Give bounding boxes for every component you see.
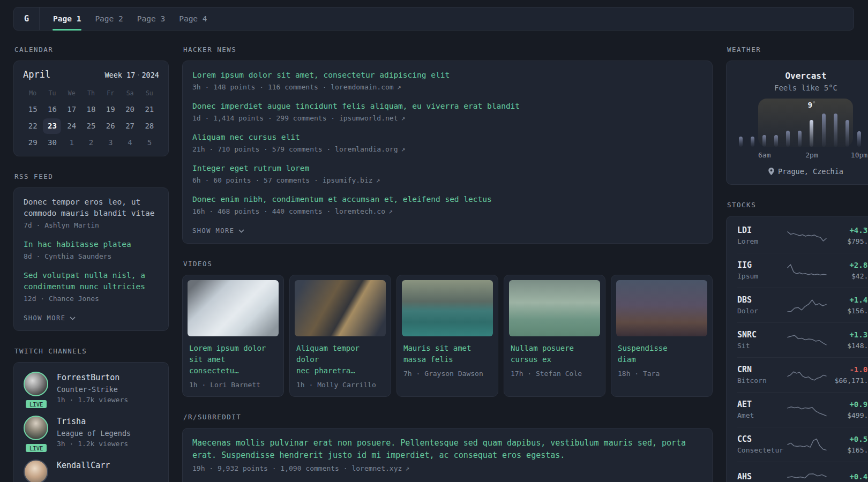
stock-row[interactable]: AHS +0.46% [737,462,868,482]
hn-story-link[interactable]: Aliquam nec cursus elit [192,132,702,143]
video-card[interactable]: Mauris sit amet massa felis 7h · Grayson… [396,275,498,397]
twitch-channel-row[interactable]: LIVE KendallCarr [24,460,159,482]
external-link-icon[interactable]: ↗ [401,114,406,122]
rss-item-link[interactable]: In hac habitasse platea [24,239,159,250]
twitch-header: TWITCH CHANNELS [14,347,169,355]
calendar-day[interactable]: 18 [82,102,100,117]
calendar-day[interactable]: 20 [121,102,139,117]
degree-symbol: ° [812,101,815,107]
stock-name: Consectetur [737,445,787,455]
video-title: Suspendisse diam [618,343,706,365]
weather-header: WEATHER [727,46,868,54]
calendar-day[interactable]: 26 [101,118,119,134]
weekday-row: MoTuWeThFrSaSu [23,88,159,99]
video-card[interactable]: Lorem ipsum dolor sit amet consectetu… 1… [182,275,284,397]
hn-story-meta-text: 3h · 148 points · 116 comments · loremdo… [192,83,394,91]
calendar-widget: CALENDAR April Week 17·2024 MoTuWeThFrSa… [13,46,169,156]
stock-sparkline [787,436,827,453]
stock-row[interactable]: SNRC Sit +1.36% $148.64 [737,322,868,357]
stock-name: Sit [737,341,787,351]
external-link-icon[interactable]: ↗ [376,176,380,184]
chevron-down-icon [238,229,244,233]
hn-story-link[interactable]: Lorem ipsum dolor sit amet, consectetur … [192,70,702,81]
video-card[interactable]: Aliquam tempor dolor nec pharetra… 1h · … [289,275,391,397]
calendar-day[interactable]: 19 [101,102,119,117]
stock-name: Bitcorn [737,375,787,386]
calendar-month: April [23,69,50,80]
hn-story-meta: 6h · 60 points · 57 comments · ipsumify.… [192,175,702,186]
calendar-day[interactable]: 15 [24,102,42,117]
stock-row[interactable]: CCS Consectetur +0.51% $165.84 [737,427,868,462]
video-thumbnail [509,280,600,336]
calendar-day[interactable]: 3 [101,135,119,150]
weekday-label: Su [140,88,159,99]
calendar-year: 2024 [141,71,159,79]
weather-bar [810,120,813,147]
calendar-day[interactable]: 17 [63,102,81,117]
rss-item-meta: 12d · Chance Jones [24,293,159,304]
weather-bar [857,131,861,147]
stock-row[interactable]: AET Amet +0.92% $499.72 [737,392,868,427]
stock-change: +2.84% [827,260,868,271]
calendar-day[interactable]: 23 [43,118,61,134]
rss-item: Donec tempor eros leo, ut commodo mauris… [24,197,159,231]
twitch-channel-row[interactable]: LIVE ForrestBurton Counter-Strike 1h · 1… [24,372,159,405]
rss-item-link[interactable]: Sed volutpat nulla nisl, a condimentum n… [24,270,159,292]
calendar-day[interactable]: 28 [140,118,159,134]
calendar-day[interactable]: 5 [140,135,159,150]
calendar-day[interactable]: 29 [24,135,42,150]
channel-name: Trisha [57,416,131,427]
rss-show-more-button[interactable]: SHOW MORE [24,312,76,323]
video-title: Aliquam tempor dolor nec pharetra… [296,343,384,376]
twitch-channel-row[interactable]: LIVE Trisha League of Legends 3h · 1.2k … [24,416,159,449]
page-tab[interactable]: Page 3 [130,7,172,30]
calendar-day[interactable]: 4 [121,135,139,150]
stock-row[interactable]: DBS Dolor +1.42% $156.28 [737,288,868,322]
calendar-day[interactable]: 30 [43,135,61,150]
page-tab[interactable]: Page 1 [46,7,88,30]
stock-price: $499.72 [827,410,868,420]
stock-sparkline [787,262,827,278]
stock-change: +1.36% [827,329,868,341]
external-link-icon[interactable]: ↗ [397,83,401,91]
page-tab[interactable]: Page 4 [172,7,214,30]
calendar-day[interactable]: 1 [63,135,81,150]
weather-bar [751,137,754,147]
dashboard-page: G Page 1 Page 2 Page 3 Page 4 CALENDAR A… [0,0,868,482]
rss-item-link[interactable]: Donec tempor eros leo, ut commodo mauris… [24,197,159,219]
video-title: Lorem ipsum dolor sit amet consectetu… [189,343,277,376]
external-link-icon[interactable]: ↗ [405,464,409,472]
hn-story-link[interactable]: Donec enim nibh, condimentum et accumsan… [192,194,702,205]
channel-name: ForrestBurton [57,372,128,383]
calendar-title-row: April Week 17·2024 [23,69,159,80]
video-thumbnail [188,280,279,336]
twitch-widget: TWITCH CHANNELS LIVE ForrestBurton Count… [13,347,169,482]
hn-show-more-button[interactable]: SHOW MORE [192,225,244,236]
calendar-day[interactable]: 24 [63,118,81,134]
calendar-day[interactable]: 27 [121,118,139,134]
hn-story-link[interactable]: Integer eget rutrum lorem [192,163,702,174]
calendar-day[interactable]: 2 [82,135,100,150]
stock-symbol: AHS [737,471,787,482]
calendar-day[interactable]: 21 [140,102,159,117]
external-link-icon[interactable]: ↗ [401,145,406,153]
channel-avatar [24,416,48,440]
video-card[interactable]: Nullam posuere cursus ex 17h · Stefan Co… [504,275,605,397]
app-logo[interactable]: G [14,7,40,30]
calendar-day[interactable]: 25 [82,118,100,134]
video-card[interactable]: Suspendisse diam 18h · Tara [611,275,713,397]
calendar-day[interactable]: 16 [43,102,61,117]
video-meta: 18h · Tara [618,370,706,378]
reddit-post-link[interactable]: Maecenas mollis pulvinar erat non posuer… [192,437,702,462]
calendar-day[interactable]: 22 [24,118,42,134]
external-link-icon[interactable]: ↗ [388,207,393,215]
page-tab[interactable]: Page 2 [88,7,130,30]
calendar-card: April Week 17·2024 MoTuWeThFrSaSu 151617… [13,61,169,156]
dashboard-columns: CALENDAR April Week 17·2024 MoTuWeThFrSa… [13,46,854,482]
stock-row[interactable]: CRN Bitcorn -1.00% $66,171.48 [737,357,868,392]
stock-row[interactable]: IIG Ipsum +2.84% $42.04 [737,253,868,288]
weather-feels-like: Feels like 5°C [738,84,868,92]
stock-values: +0.46% [827,471,868,482]
stock-row[interactable]: LDI Lorem +4.35% $795.18 [737,219,868,253]
hn-story-link[interactable]: Donec imperdiet augue tincidunt felis al… [192,101,702,112]
